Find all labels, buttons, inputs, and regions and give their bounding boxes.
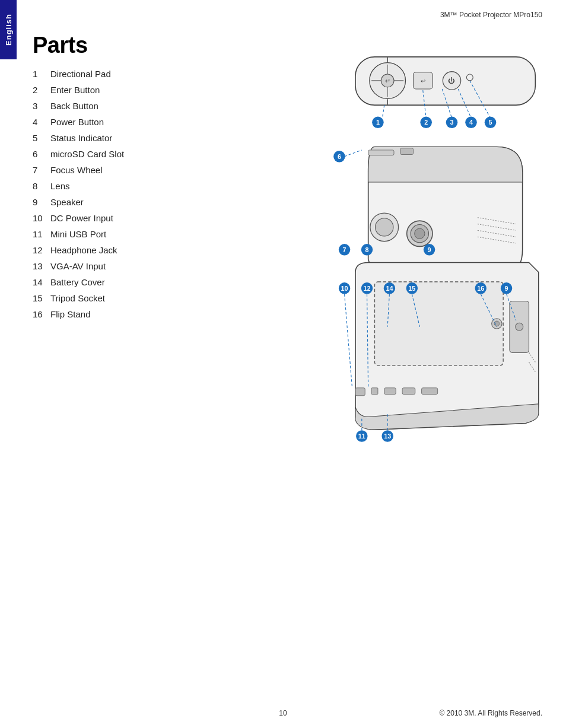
svg-text:6: 6 <box>338 153 341 160</box>
part-number: 11 <box>33 229 50 239</box>
parts-diagram: ↵ ↩ ⏻ 1 <box>240 50 548 500</box>
parts-list-item: 16Flip Stand <box>33 309 187 319</box>
parts-list-item: 11Mini USB Port <box>33 229 187 239</box>
part-label: microSD Card Slot <box>50 149 124 159</box>
parts-list-item: 2Enter Button <box>33 85 187 95</box>
svg-rect-56 <box>371 388 378 395</box>
svg-text:1: 1 <box>376 119 380 126</box>
svg-rect-55 <box>355 388 365 396</box>
part-label: Status Indicator <box>50 133 112 143</box>
svg-text:5: 5 <box>488 119 492 126</box>
page-number: 10 <box>279 709 287 717</box>
sidebar-tab: English <box>0 0 17 59</box>
part-label: Lens <box>50 181 70 191</box>
part-label: Directional Pad <box>50 69 111 79</box>
main-content: Parts 1Directional Pad2Enter Button3Back… <box>33 33 548 325</box>
svg-text:14: 14 <box>386 285 393 292</box>
svg-line-41 <box>345 150 362 157</box>
svg-text:3: 3 <box>450 119 453 126</box>
parts-list-item: 15Tripod Socket <box>33 293 187 303</box>
part-number: 4 <box>33 117 50 127</box>
part-label: Tripod Socket <box>50 293 105 303</box>
svg-text:12: 12 <box>363 285 370 292</box>
part-number: 15 <box>33 293 50 303</box>
part-number: 12 <box>33 245 50 255</box>
svg-text:15: 15 <box>408 285 415 292</box>
svg-point-32 <box>415 228 425 239</box>
header-title: 3M™ Pocket Projector MPro150 <box>440 11 542 19</box>
part-number: 6 <box>33 149 50 159</box>
part-label: DC Power Input <box>50 213 113 223</box>
page-header: 3M™ Pocket Projector MPro150 <box>440 11 542 19</box>
part-label: Back Button <box>50 101 98 111</box>
part-number: 5 <box>33 133 50 143</box>
svg-text:↩: ↩ <box>421 78 425 84</box>
svg-rect-37 <box>368 150 394 155</box>
parts-list-item: 1Directional Pad <box>33 69 187 79</box>
svg-point-29 <box>376 218 393 236</box>
svg-rect-57 <box>384 388 396 395</box>
svg-text:2: 2 <box>424 119 428 126</box>
svg-point-52 <box>516 323 523 330</box>
svg-text:16: 16 <box>477 285 484 292</box>
part-number: 13 <box>33 261 50 271</box>
parts-list-item: 4Power Button <box>33 117 187 127</box>
part-label: Speaker <box>50 197 84 207</box>
parts-list-item: 8Lens <box>33 181 187 191</box>
parts-list-item: 5Status Indicator <box>33 133 187 143</box>
parts-list-item: 9Speaker <box>33 197 187 207</box>
svg-line-13 <box>383 105 384 118</box>
svg-text:↵: ↵ <box>385 77 390 84</box>
svg-text:9: 9 <box>505 285 508 292</box>
diagram-container: ↵ ↩ ⏻ 1 <box>240 50 548 503</box>
part-label: Headphone Jack <box>50 245 117 255</box>
parts-list-item: 10DC Power Input <box>33 213 187 223</box>
svg-line-76 <box>345 294 352 388</box>
part-number: 9 <box>33 197 50 207</box>
part-number: 7 <box>33 165 50 175</box>
svg-text:⏻: ⏻ <box>448 77 455 85</box>
parts-list-item: 12Headphone Jack <box>33 245 187 255</box>
parts-list-item: 3Back Button <box>33 101 187 111</box>
part-label: Battery Cover <box>50 277 105 287</box>
svg-text:13: 13 <box>384 433 391 440</box>
parts-list-item: 14Battery Cover <box>33 277 187 287</box>
part-number: 2 <box>33 85 50 95</box>
part-number: 1 <box>33 69 50 79</box>
part-number: 14 <box>33 277 50 287</box>
part-label: VGA-AV Input <box>50 261 106 271</box>
svg-text:11: 11 <box>358 433 365 440</box>
svg-text:4: 4 <box>469 119 473 126</box>
parts-list-item: 13VGA-AV Input <box>33 261 187 271</box>
copyright-text: © 2010 3M. All Rights Reserved. <box>439 709 542 717</box>
svg-rect-59 <box>422 388 438 395</box>
parts-list-item: 6microSD Card Slot <box>33 149 187 159</box>
part-label: Flip Stand <box>50 309 91 319</box>
part-label: Mini USB Port <box>50 229 106 239</box>
svg-text:9: 9 <box>428 246 431 253</box>
part-number: 3 <box>33 101 50 111</box>
svg-rect-48 <box>375 282 504 365</box>
svg-rect-58 <box>402 388 415 395</box>
part-number: 16 <box>33 309 50 319</box>
svg-text:8: 8 <box>365 246 368 253</box>
svg-text:10: 10 <box>341 285 348 292</box>
part-label: Focus Wheel <box>50 165 103 175</box>
svg-text:7: 7 <box>343 246 346 253</box>
part-number: 8 <box>33 181 50 191</box>
part-number: 10 <box>33 213 50 223</box>
sidebar-label: English <box>4 14 13 46</box>
part-label: Power Button <box>50 117 104 127</box>
parts-list-item: 7Focus Wheel <box>33 165 187 175</box>
projector-top <box>368 147 523 272</box>
svg-rect-38 <box>400 148 414 155</box>
part-label: Enter Button <box>50 85 100 95</box>
parts-list: 1Directional Pad2Enter Button3Back Butto… <box>33 69 187 319</box>
